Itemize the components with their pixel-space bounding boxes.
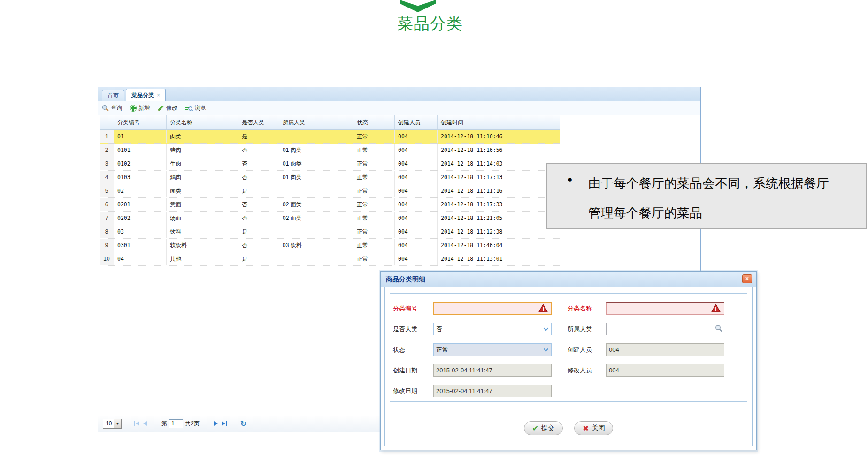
- cell-is_major: 是: [238, 252, 279, 265]
- grid-rows: 101肉类是正常0042014-12-18 11:10:4620101猪肉否01…: [100, 130, 560, 266]
- table-row[interactable]: 30102牛肉否01 肉类正常0042014-12-18 11:14:03: [100, 157, 560, 171]
- tab-dish-category[interactable]: 菜品分类 ×: [126, 89, 166, 101]
- row-number: 4: [100, 171, 114, 184]
- table-row[interactable]: 90301软饮料否03 饮料正常0042014-12-18 11:46:04: [100, 239, 560, 252]
- cell-is_major: 否: [238, 239, 279, 252]
- cell-filler: [510, 144, 560, 157]
- tab-home[interactable]: 首页: [102, 90, 124, 101]
- cell-name: 软饮料: [167, 239, 238, 252]
- dialog-close-button[interactable]: ×: [742, 274, 752, 283]
- next-page-icon: [214, 421, 218, 426]
- parent-input[interactable]: [606, 323, 713, 335]
- status-value: 正常: [434, 346, 543, 354]
- header-is-major[interactable]: 是否大类: [238, 115, 279, 129]
- name-input[interactable]: [606, 302, 724, 315]
- cell-parent: 01 肉类: [279, 144, 353, 157]
- refresh-icon[interactable]: ↻: [240, 419, 246, 428]
- cell-status: 正常: [353, 212, 395, 225]
- first-page-button[interactable]: [132, 421, 141, 426]
- table-row[interactable]: 20101猪肉否01 肉类正常0042014-12-18 11:16:56: [100, 144, 560, 157]
- cell-name: 猪肉: [167, 144, 238, 157]
- submit-button-label: 提交: [541, 424, 554, 432]
- page-size-arrow-icon[interactable]: ▼: [114, 419, 121, 428]
- search-icon: [102, 105, 109, 112]
- cell-created: 2014-12-18 11:17:33: [438, 198, 510, 211]
- table-row[interactable]: 60201意面否02 面类正常0042014-12-18 11:17:33: [100, 198, 560, 212]
- cell-created: 2014-12-18 11:21:05: [438, 212, 510, 225]
- table-row[interactable]: 502面类是正常0042014-12-18 11:11:16: [100, 184, 560, 198]
- pager-separator: [127, 419, 127, 428]
- cell-creator: 004: [395, 144, 438, 157]
- annotation-line-1: 由于每个餐厅的菜品会不同，系统根据餐厅: [588, 169, 829, 198]
- warning-icon: [711, 304, 721, 314]
- close-button[interactable]: ✖ 关闭: [574, 421, 613, 435]
- cell-is_major: 否: [238, 198, 279, 211]
- cell-is_major: 否: [238, 144, 279, 157]
- add-button[interactable]: 新增: [130, 104, 150, 112]
- tab-dish-category-label: 菜品分类: [131, 91, 154, 99]
- header-creator[interactable]: 创建人员: [395, 115, 438, 129]
- cell-creator: 004: [395, 198, 438, 211]
- row-number: 8: [100, 225, 114, 238]
- tab-close-icon[interactable]: ×: [157, 92, 160, 98]
- cell-creator: 004: [395, 239, 438, 252]
- row-number: 10: [100, 252, 114, 265]
- creator-label: 创建人员: [568, 343, 607, 356]
- chevron-down-icon[interactable]: [543, 327, 549, 331]
- table-row[interactable]: 101肉类是正常0042014-12-18 11:10:46: [100, 130, 560, 144]
- submit-button[interactable]: ✔ 提交: [524, 421, 563, 435]
- page-number-input[interactable]: [169, 419, 183, 428]
- cell-is_major: 是: [238, 225, 279, 238]
- header-created[interactable]: 创建时间: [438, 115, 510, 129]
- modifier-input: [606, 364, 724, 377]
- status-select[interactable]: 正常: [433, 343, 552, 356]
- modified-date-label: 修改日期: [393, 385, 432, 397]
- next-page-button[interactable]: [212, 421, 220, 426]
- code-input[interactable]: [433, 302, 552, 315]
- header-name[interactable]: 分类名称: [167, 115, 238, 129]
- browse-button[interactable]: 浏览: [185, 104, 206, 112]
- status-label: 状态: [393, 343, 432, 356]
- page-total-label: 共2页: [185, 420, 200, 428]
- is-major-label: 是否大类: [393, 323, 432, 335]
- annotation-box: ● 由于每个餐厅的菜品会不同，系统根据餐厅 管理每个餐厅的菜品: [546, 163, 867, 229]
- cell-parent: [279, 252, 353, 265]
- cell-parent: [279, 184, 353, 197]
- cell-status: 正常: [353, 157, 395, 170]
- cell-is_major: 否: [238, 171, 279, 184]
- is-major-select[interactable]: 否: [433, 323, 552, 335]
- row-number: 3: [100, 157, 114, 170]
- table-row[interactable]: 70202汤面否02 面类正常0042014-12-18 11:21:05: [100, 212, 560, 225]
- header-parent[interactable]: 所属大类: [279, 115, 353, 129]
- x-icon: ✖: [583, 424, 589, 433]
- last-page-button[interactable]: [220, 421, 229, 426]
- table-row[interactable]: 1004其他是正常0042014-12-18 11:13:01: [100, 252, 560, 266]
- cell-created: 2014-12-18 11:11:16: [438, 184, 510, 197]
- add-icon: [130, 105, 137, 112]
- lookup-magnifier-icon[interactable]: [715, 325, 722, 334]
- cell-created: 2014-12-18 11:46:04: [438, 239, 510, 252]
- check-icon: ✔: [532, 424, 538, 433]
- code-label: 分类编号: [393, 302, 432, 315]
- dialog-body: 分类编号 分类名称 是否大类 否 所属大类 状态 正常: [384, 287, 753, 446]
- creator-input: [606, 343, 724, 356]
- prev-page-icon: [143, 421, 147, 426]
- header-code[interactable]: 分类编号: [114, 115, 167, 129]
- table-row[interactable]: 803饮料是正常0042014-12-18 11:12:38: [100, 225, 560, 239]
- header-status[interactable]: 状态: [353, 115, 395, 129]
- cell-parent: 01 肉类: [279, 171, 353, 184]
- created-date-input: [433, 364, 552, 377]
- cell-code: 0103: [114, 171, 167, 184]
- cell-parent: [279, 225, 353, 238]
- cell-creator: 004: [395, 184, 438, 197]
- page-size-select[interactable]: 10 ▼: [103, 419, 122, 429]
- pencil-icon: [157, 105, 164, 112]
- prev-page-button[interactable]: [141, 421, 149, 426]
- cell-code: 0101: [114, 144, 167, 157]
- query-button[interactable]: 查询: [102, 104, 122, 112]
- edit-button[interactable]: 修改: [157, 104, 177, 112]
- table-row[interactable]: 40103鸡肉否01 肉类正常0042014-12-18 11:17:13: [100, 171, 560, 184]
- cell-created: 2014-12-18 11:13:01: [438, 252, 510, 265]
- cell-code: 03: [114, 225, 167, 238]
- chevron-down-icon[interactable]: [543, 348, 549, 352]
